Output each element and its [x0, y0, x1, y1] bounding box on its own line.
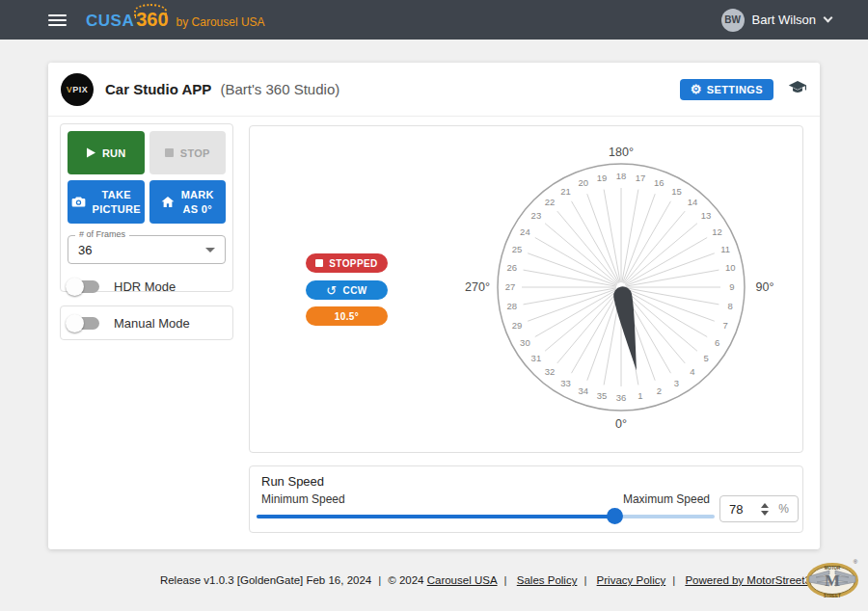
picture-mark-row: TAKE PICTURE MARK AS 0° — [68, 180, 226, 224]
slider-thumb[interactable] — [607, 508, 623, 524]
frames-select[interactable]: # of Frames 36 — [68, 235, 226, 264]
take-picture-label-1: TAKE — [102, 188, 131, 202]
svg-text:7: 7 — [722, 320, 727, 331]
svg-text:27: 27 — [505, 281, 516, 292]
hdr-label: HDR Mode — [114, 279, 176, 294]
svg-text:6: 6 — [715, 337, 719, 348]
header-actions: ⚙ SETTINGS — [680, 79, 807, 100]
svg-text:13: 13 — [701, 210, 712, 221]
svg-text:11: 11 — [720, 244, 730, 254]
brand-cusa-text: CUSA — [86, 12, 134, 31]
dial-label-0: 0° — [615, 417, 627, 431]
settings-label: SETTINGS — [707, 84, 763, 95]
spinner-up-icon[interactable] — [761, 503, 769, 508]
run-speed-panel: Run Speed Minimum Speed Maximum Speed 78… — [249, 465, 803, 533]
svg-text:10: 10 — [725, 262, 736, 273]
dial-label-270: 270° — [465, 280, 490, 294]
page-subtitle: (Bart's 360 Studio) — [220, 81, 339, 97]
svg-text:28: 28 — [506, 301, 517, 311]
gear-icon: ⚙ — [691, 83, 702, 95]
dial-label-180: 180° — [609, 146, 634, 159]
caret-down-icon — [205, 248, 215, 252]
svg-text:3: 3 — [674, 378, 679, 388]
privacy-policy-link[interactable]: Privacy Policy — [597, 574, 666, 586]
run-label: RUN — [102, 147, 126, 159]
svg-text:12: 12 — [712, 226, 722, 237]
svg-text:26: 26 — [506, 262, 517, 273]
svg-text:2: 2 — [657, 385, 662, 396]
run-speed-title: Run Speed — [261, 474, 324, 489]
svg-text:17: 17 — [636, 173, 646, 183]
mark-as-zero-button[interactable]: MARK AS 0° — [149, 180, 227, 224]
spinner-down-icon[interactable] — [761, 511, 769, 516]
svg-text:14: 14 — [688, 197, 698, 207]
avatar-initials: BW — [724, 14, 741, 25]
brand-logo[interactable]: CUSA 360 by Carousel USA — [86, 9, 265, 31]
release-info: Release v1.0.3 [GoldenGate] Feb 16, 2024 — [160, 574, 371, 586]
svg-text:MOTOR: MOTOR — [825, 566, 841, 571]
angle-label: 10.5° — [335, 311, 359, 322]
stop-icon — [165, 148, 174, 157]
main-card: VPIX Car Studio APP (Bart's 360 Studio) … — [48, 63, 820, 549]
card-header: VPIX Car Studio APP (Bart's 360 Studio) … — [48, 63, 820, 117]
vpix-logo-pix: PIX — [72, 85, 88, 94]
turntable-dial: 1234567891011121314151617181920212223242… — [452, 143, 790, 438]
manual-switch-track — [68, 317, 99, 330]
footer: Release v1.0.3 [GoldenGate] Feb 16, 2024… — [0, 574, 868, 586]
hamburger-menu-icon[interactable] — [48, 12, 67, 29]
status-badge-stopped: STOPPED — [306, 253, 388, 273]
frames-label: # of Frames — [75, 229, 129, 239]
brand-360-wrap: 360 — [136, 9, 168, 31]
manual-toggle[interactable]: Manual Mode — [68, 316, 190, 331]
svg-text:24: 24 — [520, 226, 530, 237]
mark-as-zero-label-2: AS 0° — [183, 202, 212, 217]
stop-button[interactable]: STOP — [149, 131, 227, 174]
svg-text:33: 33 — [560, 378, 571, 388]
frames-value: 36 — [78, 243, 92, 257]
rotation-arc-icon — [134, 4, 167, 18]
sales-policy-link[interactable]: Sales Policy — [517, 574, 578, 586]
graduation-cap-icon[interactable] — [788, 80, 807, 99]
take-picture-button[interactable]: TAKE PICTURE — [68, 180, 145, 224]
page-title: Car Studio APP — [105, 81, 211, 97]
page: CUSA 360 by Carousel USA BW Bart Wilson … — [0, 0, 868, 611]
svg-text:STREET: STREET — [824, 594, 841, 598]
carousel-usa-link[interactable]: Carousel USA — [427, 574, 498, 586]
angle-badge: 10.5° — [306, 306, 388, 326]
svg-text:15: 15 — [671, 186, 682, 197]
avatar: BW — [721, 9, 745, 32]
speed-slider[interactable] — [257, 507, 715, 526]
run-button[interactable]: RUN — [68, 131, 145, 174]
speed-input[interactable]: 78 % — [719, 495, 799, 522]
vpix-logo: VPIX — [61, 73, 94, 106]
svg-text:32: 32 — [545, 366, 556, 377]
direction-label: CCW — [343, 285, 367, 296]
settings-button[interactable]: ⚙ SETTINGS — [680, 79, 773, 100]
dial-label-90: 90° — [756, 280, 774, 294]
manual-mode-panel: Manual Mode — [60, 306, 233, 340]
hdr-switch-knob — [66, 278, 84, 296]
svg-text:23: 23 — [531, 210, 542, 221]
run-stop-row: RUN STOP — [68, 131, 226, 174]
manual-label: Manual Mode — [114, 316, 190, 331]
svg-text:8: 8 — [728, 301, 733, 311]
topbar: CUSA 360 by Carousel USA BW Bart Wilson — [0, 0, 868, 40]
svg-text:4: 4 — [690, 366, 694, 377]
hdr-switch-track — [68, 280, 99, 293]
svg-text:34: 34 — [578, 385, 588, 396]
take-picture-label-2: PICTURE — [93, 202, 141, 217]
svg-text:9: 9 — [729, 281, 734, 292]
user-menu[interactable]: BW Bart Wilson — [721, 9, 831, 32]
svg-text:22: 22 — [545, 197, 556, 207]
svg-text:20: 20 — [578, 177, 588, 188]
stop-label: STOP — [180, 147, 210, 159]
status-label: STOPPED — [329, 258, 377, 269]
min-speed-label: Minimum Speed — [261, 492, 345, 506]
hdr-toggle[interactable]: HDR Mode — [68, 279, 226, 294]
svg-text:16: 16 — [654, 177, 665, 188]
slider-fill — [257, 515, 614, 518]
dial-panel: STOPPED ↺ CCW 10.5° 12345678910111213141… — [249, 125, 803, 453]
svg-text:19: 19 — [597, 173, 608, 183]
speed-value: 78 — [729, 502, 743, 517]
svg-text:25: 25 — [512, 244, 523, 254]
